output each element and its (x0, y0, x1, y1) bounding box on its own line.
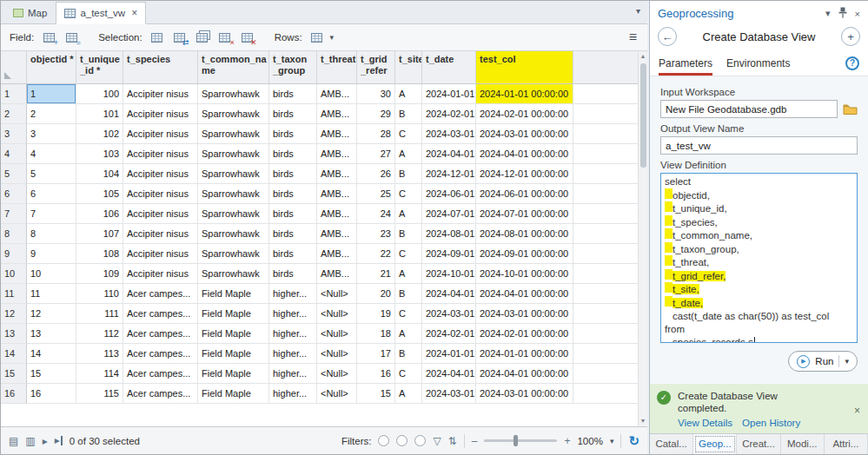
cell-t_date[interactable]: 2024-07-01 (422, 204, 476, 224)
cell-test_col[interactable]: 2024-01-01 00:00:00 (476, 84, 573, 104)
cell-t_date[interactable]: 2024-03-01 (422, 304, 476, 324)
panel-chevron-icon[interactable]: ▾ (825, 8, 831, 19)
input-workspace-field[interactable] (660, 100, 838, 118)
cell-t_date[interactable]: 2024-04-01 (422, 364, 476, 384)
cell-test_col[interactable]: 2024-10-01 00:00:00 (476, 264, 573, 284)
cell-t_grid_refer[interactable]: 29 (357, 104, 395, 124)
cell-t_taxon_group[interactable]: higher... (269, 344, 317, 364)
select-by-attributes-button[interactable] (148, 28, 167, 47)
cell-objectid[interactable]: 6 (27, 184, 76, 204)
cell-t_unique_id[interactable]: 110 (76, 284, 123, 304)
cell-objectid[interactable]: 15 (27, 364, 76, 384)
cell-t_taxon_group[interactable]: birds (269, 84, 317, 104)
cell-t_grid_refer[interactable]: 25 (357, 184, 395, 204)
cell-t_common_name[interactable]: Field Maple (198, 304, 269, 324)
cell-t_date[interactable]: 2024-02-01 (422, 104, 476, 124)
output-view-name-field[interactable] (660, 136, 858, 155)
cell-t_unique_id[interactable]: 103 (76, 144, 123, 164)
cell-t_common_name[interactable]: Sparrowhawk (198, 104, 269, 124)
cell-t_common_name[interactable]: Sparrowhawk (198, 144, 269, 164)
cell-objectid[interactable]: 2 (27, 104, 76, 124)
panel-tab-catal[interactable]: Catal... (650, 434, 693, 454)
cell-rownum[interactable]: 15 (1, 364, 27, 384)
cell-t_site[interactable]: A (395, 384, 422, 404)
cell-test_col[interactable]: 2024-01-01 00:00:00 (476, 344, 573, 364)
cell-t_site[interactable]: A (395, 324, 422, 344)
cell-t_date[interactable]: 2024-03-01 (422, 124, 476, 144)
help-icon[interactable]: ? (845, 56, 859, 70)
cell-t_species[interactable]: Acer campes... (123, 304, 198, 324)
cell-rownum[interactable]: 16 (1, 384, 27, 404)
cell-t_date[interactable]: 2024-06-01 (422, 184, 476, 204)
cell-rownum[interactable]: 3 (1, 124, 27, 144)
tab-map[interactable]: Map (4, 3, 56, 23)
cell-t_taxon_group[interactable]: birds (269, 104, 317, 124)
cell-test_col[interactable]: 2024-03-01 00:00:00 (476, 124, 573, 144)
scrollbar-thumb[interactable] (640, 63, 646, 168)
cell-t_threat[interactable]: AMB... (317, 144, 357, 164)
browse-folder-icon[interactable] (843, 103, 858, 115)
cell-test_col[interactable]: 2024-06-01 00:00:00 (476, 184, 573, 204)
cell-t_species[interactable]: Accipiter nisus (123, 204, 198, 224)
cell-t_date[interactable]: 2024-09-01 (422, 244, 476, 264)
cell-t_common_name[interactable]: Field Maple (198, 284, 269, 304)
cell-t_common_name[interactable]: Field Maple (198, 324, 269, 344)
cell-test_col[interactable]: 2024-04-01 00:00:00 (476, 144, 573, 164)
cell-t_threat[interactable]: AMB... (317, 84, 357, 104)
cell-t_grid_refer[interactable]: 17 (357, 344, 395, 364)
cell-rownum[interactable]: 9 (1, 244, 27, 264)
cell-t_species[interactable]: Accipiter nisus (123, 104, 198, 124)
column-header-t_taxon_group[interactable]: t_taxon_group (269, 51, 317, 83)
view-details-link[interactable]: View Details (678, 418, 732, 428)
last-record-button[interactable]: ▸ (55, 436, 63, 445)
tab-a-test-vw[interactable]: a_test_vw × (56, 2, 146, 24)
cell-t_unique_id[interactable]: 104 (76, 164, 123, 184)
cell-test_col[interactable]: 2024-02-01 00:00:00 (476, 324, 573, 344)
cell-t_common_name[interactable]: Field Maple (198, 364, 269, 384)
cell-t_taxon_group[interactable]: higher... (269, 304, 317, 324)
cell-t_grid_refer[interactable]: 22 (357, 244, 395, 264)
cell-t_species[interactable]: Acer campes... (123, 344, 198, 364)
zoom-slider-thumb[interactable] (514, 435, 518, 446)
delete-rows-button[interactable] (308, 28, 327, 47)
cell-test_col[interactable]: 2024-08-01 00:00:00 (476, 224, 573, 244)
cell-t_threat[interactable]: AMB... (317, 104, 357, 124)
scroll-down-icon[interactable]: ▼ (640, 416, 646, 426)
cell-objectid[interactable]: 1 (27, 84, 76, 104)
cell-test_col[interactable]: 2024-02-01 00:00:00 (476, 104, 573, 124)
cell-test_col[interactable]: 2024-07-01 00:00:00 (476, 204, 573, 224)
cell-t_species[interactable]: Accipiter nisus (123, 144, 198, 164)
rows-chevron-icon[interactable]: ▾ (330, 33, 335, 42)
cell-t_unique_id[interactable]: 100 (76, 84, 123, 104)
tab-environments[interactable]: Environments (726, 53, 790, 76)
panel-tab-modi[interactable]: Modi... (781, 434, 825, 454)
cell-t_unique_id[interactable]: 106 (76, 204, 123, 224)
cell-t_common_name[interactable]: Sparrowhawk (198, 184, 269, 204)
cell-t_grid_refer[interactable]: 28 (357, 124, 395, 144)
cell-t_unique_id[interactable]: 113 (76, 344, 123, 364)
cell-objectid[interactable]: 7 (27, 204, 76, 224)
cell-t_threat[interactable]: AMB... (317, 184, 357, 204)
range-filter-icon[interactable] (414, 435, 426, 446)
cell-t_site[interactable]: C (395, 364, 422, 384)
cell-test_col[interactable]: 2024-03-01 00:00:00 (476, 304, 573, 324)
cell-rownum[interactable]: 2 (1, 104, 27, 124)
cell-t_taxon_group[interactable]: birds (269, 204, 317, 224)
cell-t_common_name[interactable]: Sparrowhawk (198, 244, 269, 264)
cell-t_grid_refer[interactable]: 19 (357, 304, 395, 324)
cell-rownum[interactable]: 4 (1, 144, 27, 164)
select-all-corner[interactable] (1, 51, 27, 83)
cell-t_common_name[interactable]: Sparrowhawk (198, 264, 269, 284)
cell-t_taxon_group[interactable]: higher... (269, 284, 317, 304)
cell-test_col[interactable]: 2024-03-01 00:00:00 (476, 384, 573, 404)
table-menu-icon[interactable]: ≡ (629, 30, 640, 45)
cell-t_common_name[interactable]: Field Maple (198, 344, 269, 364)
cell-t_species[interactable]: Accipiter nisus (123, 244, 198, 264)
cell-t_species[interactable]: Accipiter nisus (123, 124, 198, 144)
cell-t_grid_refer[interactable]: 24 (357, 204, 395, 224)
cell-t_date[interactable]: 2024-03-01 (422, 384, 476, 404)
cell-rownum[interactable]: 12 (1, 304, 27, 324)
cell-t_unique_id[interactable]: 102 (76, 124, 123, 144)
delete-selection-button[interactable]: ✕ (238, 28, 257, 47)
panel-tab-attri[interactable]: Attri... (825, 434, 868, 454)
